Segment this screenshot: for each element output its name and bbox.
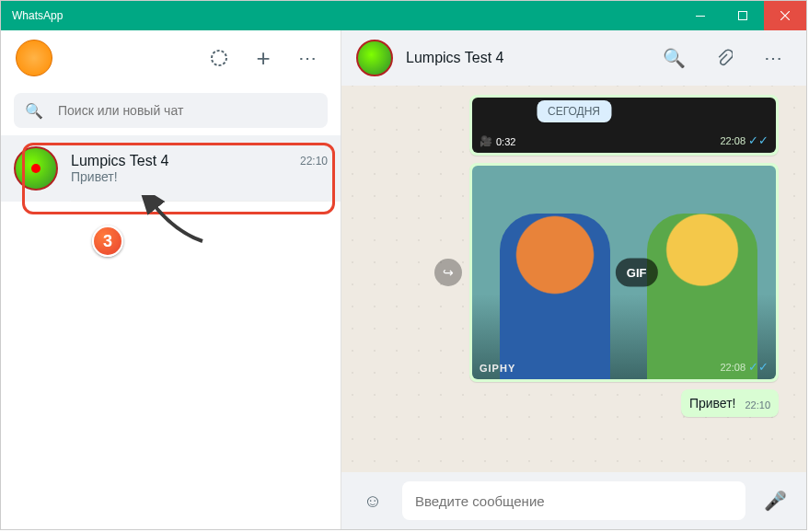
annotation-step: 3 bbox=[92, 226, 123, 257]
chat-name: Lumpics Test 4 bbox=[71, 153, 168, 169]
close-button[interactable] bbox=[764, 1, 806, 30]
gif-message[interactable]: ↪ GIF GIPHY 22:08✓✓ bbox=[469, 163, 779, 382]
chat-menu-icon[interactable]: ⋯ bbox=[755, 40, 792, 76]
text-message[interactable]: Привет! 22:10 bbox=[681, 389, 779, 417]
contact-avatar bbox=[14, 146, 58, 191]
video-message[interactable]: 🎥0:32 22:08✓✓ bbox=[469, 95, 779, 156]
search-in-chat-icon[interactable]: 🔍 bbox=[655, 40, 692, 76]
gif-source: GIPHY bbox=[480, 363, 515, 374]
video-time: 22:08 bbox=[720, 135, 745, 146]
video-duration: 0:32 bbox=[496, 136, 515, 147]
new-chat-icon[interactable]: + bbox=[245, 40, 282, 76]
status-icon[interactable] bbox=[201, 40, 237, 76]
maximize-button[interactable] bbox=[722, 1, 764, 30]
chat-time: 22:10 bbox=[300, 155, 328, 168]
conversation-panel: Lumpics Test 4 🔍 ⋯ СЕГОДНЯ 🎥0:32 22:08✓✓… bbox=[341, 30, 806, 529]
svg-rect-0 bbox=[696, 16, 705, 17]
gif-badge: GIF bbox=[616, 259, 658, 287]
chat-header-avatar[interactable] bbox=[356, 40, 393, 76]
sidebar: + ⋯ 🔍 Lumpics Test 4 22:10 Привет! bbox=[1, 30, 341, 529]
emoji-icon[interactable]: ☺ bbox=[354, 482, 391, 519]
search-input[interactable] bbox=[58, 103, 317, 118]
chat-preview: Привет! bbox=[71, 169, 328, 184]
message-input[interactable] bbox=[415, 493, 733, 509]
my-avatar[interactable] bbox=[16, 40, 52, 76]
message-time: 22:10 bbox=[745, 399, 770, 411]
mic-icon[interactable]: 🎤 bbox=[757, 482, 793, 519]
titlebar: WhatsApp bbox=[1, 1, 806, 30]
attach-icon[interactable] bbox=[705, 40, 742, 76]
search-box[interactable]: 🔍 bbox=[14, 93, 328, 128]
checks-icon: ✓✓ bbox=[748, 133, 769, 147]
search-icon: 🔍 bbox=[25, 102, 43, 120]
menu-icon[interactable]: ⋯ bbox=[289, 40, 326, 76]
gif-time: 22:08 bbox=[720, 362, 745, 373]
window-title: WhatsApp bbox=[1, 9, 679, 22]
svg-point-2 bbox=[212, 51, 226, 65]
svg-rect-1 bbox=[739, 12, 747, 20]
minimize-button[interactable] bbox=[679, 1, 722, 30]
chat-header-name[interactable]: Lumpics Test 4 bbox=[406, 50, 642, 66]
video-icon: 🎥 bbox=[480, 135, 492, 147]
chat-list-item[interactable]: Lumpics Test 4 22:10 Привет! bbox=[1, 135, 341, 202]
message-input-box[interactable] bbox=[402, 481, 745, 520]
date-separator: СЕГОДНЯ bbox=[537, 100, 611, 122]
forward-icon[interactable]: ↪ bbox=[434, 259, 462, 286]
message-text: Привет! bbox=[689, 396, 736, 411]
checks-icon: ✓✓ bbox=[748, 360, 769, 374]
